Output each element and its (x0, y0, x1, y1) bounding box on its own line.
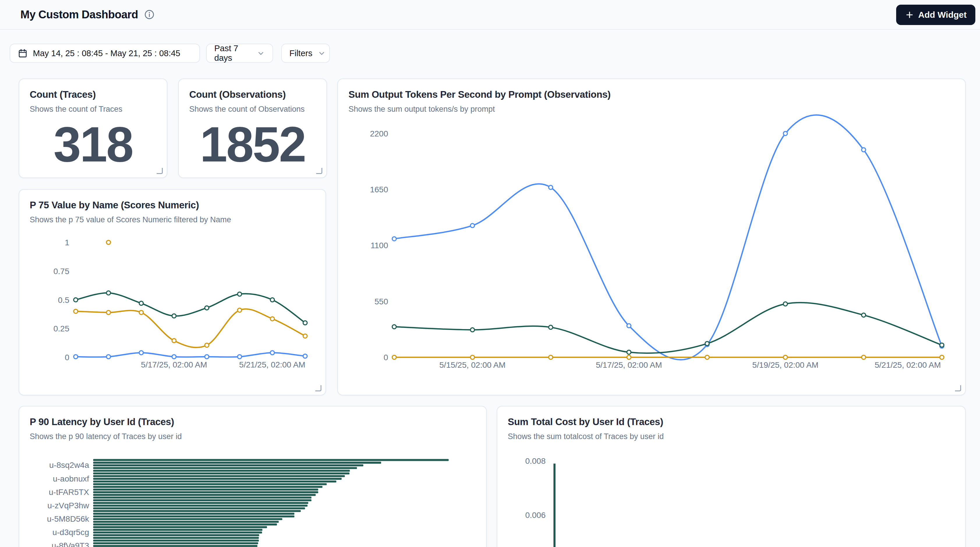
svg-text:5/19/25, 02:00 AM: 5/19/25, 02:00 AM (752, 360, 818, 369)
svg-text:5/17/25, 02:00 AM: 5/17/25, 02:00 AM (141, 360, 207, 369)
chevron-down-icon (318, 49, 326, 57)
filters-dropdown[interactable]: Filters (281, 44, 330, 63)
date-preset-label: Past 7 days (214, 44, 251, 63)
svg-text:0.008: 0.008 (525, 457, 546, 466)
svg-text:0.5: 0.5 (58, 296, 69, 304)
svg-text:u-8fVa9T3: u-8fVa9T3 (51, 541, 89, 547)
cost-bar-chart: 0.0080.006 (497, 406, 966, 547)
date-preset-dropdown[interactable]: Past 7 days (206, 44, 273, 63)
p75-scores-card: P 75 Value by Name (Scores Numeric) Show… (19, 189, 326, 395)
page-title: My Custom Dashboard (21, 8, 138, 21)
add-widget-label: Add Widget (918, 10, 967, 20)
svg-text:2200: 2200 (370, 129, 388, 138)
svg-text:5/15/25, 02:00 AM: 5/15/25, 02:00 AM (439, 360, 506, 369)
svg-text:u-8sq2w4a: u-8sq2w4a (49, 461, 89, 469)
card-title: Count (Traces) (30, 89, 156, 100)
tokens-line-chart: 05501100165022005/15/25, 02:00 AM5/17/25… (338, 79, 966, 395)
card-title: Count (Observations) (189, 89, 316, 100)
top-bar: My Custom Dashboard Add Widget (0, 0, 980, 30)
dashboard-page: My Custom Dashboard Add Widget (0, 0, 980, 547)
date-range-text: May 14, 25 : 08:45 - May 21, 25 : 08:45 (33, 49, 180, 58)
svg-text:u-aobnuxf: u-aobnuxf (53, 474, 89, 483)
resize-handle-icon[interactable] (157, 168, 163, 174)
count-observations-card: Count (Observations) Shows the count of … (178, 79, 327, 178)
svg-text:1100: 1100 (371, 241, 388, 250)
plus-icon (905, 10, 914, 19)
count-traces-value: 318 (19, 114, 167, 174)
svg-text:1650: 1650 (370, 185, 388, 194)
svg-text:u-d3qr5cg: u-d3qr5cg (52, 528, 89, 537)
svg-text:5/21/25, 02:00 AM: 5/21/25, 02:00 AM (875, 360, 941, 369)
p90-latency-card: P 90 Latency by User Id (Traces) Shows t… (19, 406, 487, 547)
svg-text:u-zVqP3hw: u-zVqP3hw (48, 501, 89, 510)
card-subtitle: Shows the count of Traces (30, 105, 156, 114)
svg-text:0.006: 0.006 (525, 511, 546, 520)
svg-text:0: 0 (383, 353, 388, 362)
svg-text:5/17/25, 02:00 AM: 5/17/25, 02:00 AM (596, 360, 662, 369)
count-observations-value: 1852 (179, 114, 326, 174)
p75-line-chart: 00.250.50.7515/17/25, 02:00 AM5/21/25, 0… (19, 190, 326, 395)
calendar-icon (18, 48, 28, 58)
tokens-per-second-card: Sum Output Tokens Per Second by Prompt (… (337, 79, 966, 395)
resize-handle-icon[interactable] (955, 385, 961, 391)
date-range-picker[interactable]: May 14, 25 : 08:45 - May 21, 25 : 08:45 (10, 44, 200, 63)
resize-handle-icon[interactable] (316, 168, 322, 174)
svg-text:1: 1 (65, 238, 69, 247)
card-subtitle: Shows the count of Observations (189, 105, 316, 114)
add-widget-button[interactable]: Add Widget (896, 5, 975, 25)
svg-text:5/21/25, 02:00 AM: 5/21/25, 02:00 AM (239, 360, 305, 369)
svg-text:0.25: 0.25 (54, 324, 70, 333)
svg-text:0: 0 (65, 353, 69, 362)
chevron-down-icon (257, 49, 265, 57)
count-traces-card: Count (Traces) Shows the count of Traces… (19, 79, 167, 178)
p90-bar-chart: u-8sq2w4au-aobnuxfu-tFAR5TXu-zVqP3hwu-5M… (19, 406, 487, 547)
svg-text:0.75: 0.75 (54, 267, 70, 276)
total-cost-card: Sum Total Cost by User Id (Traces) Shows… (497, 406, 966, 547)
filters-label: Filters (290, 49, 312, 58)
resize-handle-icon[interactable] (315, 385, 321, 391)
svg-text:u-tFAR5TX: u-tFAR5TX (49, 488, 89, 497)
svg-text:550: 550 (374, 297, 388, 306)
svg-text:u-5M8D56k: u-5M8D56k (47, 514, 89, 523)
info-icon[interactable] (144, 9, 155, 20)
